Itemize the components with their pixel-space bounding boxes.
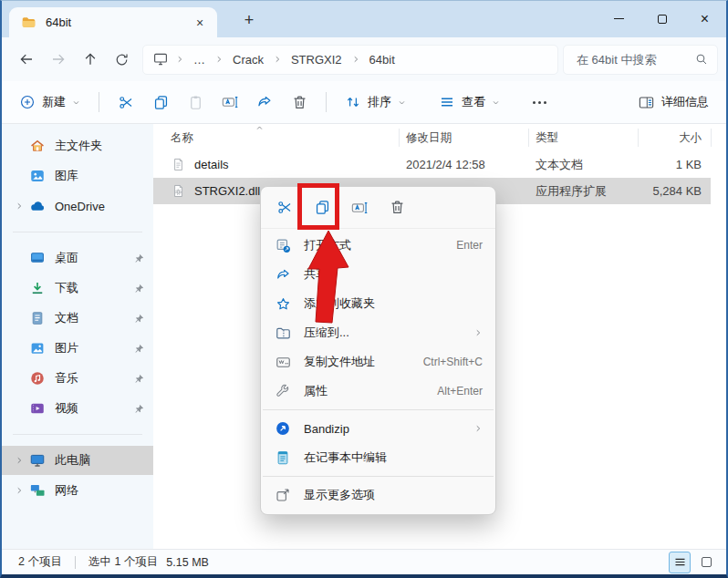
column-header-type[interactable]: 类型: [528, 130, 638, 146]
sort-icon: [345, 94, 361, 110]
refresh-button[interactable]: [106, 44, 138, 75]
more-button[interactable]: [523, 87, 556, 118]
toolbar: 新建 排序 查看 详细信息: [2, 81, 726, 124]
folder-icon: [21, 15, 36, 29]
chevron-down-icon: [492, 98, 500, 107]
new-button[interactable]: 新建: [11, 87, 88, 118]
menu-item-open-with[interactable]: 打开方式 Enter: [261, 231, 495, 260]
sidebar-item-network[interactable]: 网络: [2, 476, 153, 505]
menu-separator: [263, 476, 494, 477]
menu-item-add-to-favorites[interactable]: 添加到收藏夹: [261, 289, 495, 318]
back-button[interactable]: [10, 44, 42, 75]
view-label: 查看: [462, 94, 485, 110]
file-type: 文本文档: [528, 157, 638, 173]
cut-button[interactable]: [109, 87, 142, 118]
tab-close-icon[interactable]: ×: [190, 13, 210, 33]
sidebar-item-music[interactable]: 音乐: [2, 364, 153, 393]
paste-icon: [187, 94, 204, 111]
paste-button[interactable]: [179, 87, 212, 118]
menu-item-copy-path[interactable]: 复制文件地址 Ctrl+Shift+C: [261, 347, 495, 377]
delete-button[interactable]: [283, 87, 316, 118]
search-icon: [694, 52, 709, 67]
sidebar-item-downloads[interactable]: 下载: [2, 274, 153, 303]
menu-item-label: 属性: [304, 383, 328, 399]
cut-button[interactable]: [270, 193, 299, 222]
menu-item-label: 在记事本中编辑: [304, 449, 387, 466]
address-row: … Crack STRGXI2 64bit: [2, 37, 726, 81]
sidebar-item-this-pc[interactable]: 此电脑: [2, 446, 153, 475]
copy-button[interactable]: [144, 87, 177, 118]
sidebar-item-pictures[interactable]: 图片: [2, 334, 153, 363]
new-tab-button[interactable]: +: [237, 8, 261, 32]
text-file-icon: [171, 157, 186, 172]
annotation-arrow: [305, 229, 352, 324]
sidebar-item-videos[interactable]: 视频: [2, 394, 153, 423]
file-row[interactable]: details 2021/2/4 12:58 文本文档 1 KB: [153, 151, 711, 178]
breadcrumb-item[interactable]: Crack: [226, 53, 270, 67]
sidebar-item-documents[interactable]: 文档: [2, 304, 153, 333]
column-separator[interactable]: [638, 129, 639, 147]
menu-item-share[interactable]: 共享: [261, 260, 495, 289]
downloads-icon: [28, 280, 47, 296]
column-separator[interactable]: [711, 129, 712, 147]
column-header-date[interactable]: 修改日期: [399, 130, 528, 146]
menu-item-label: 压缩到...: [304, 325, 349, 341]
menu-item-edit-in-notepad[interactable]: 在记事本中编辑: [261, 443, 495, 472]
menu-item-bandizip[interactable]: Bandizip: [261, 414, 495, 443]
window-controls: ×: [598, 1, 726, 36]
column-header-size[interactable]: 大小: [638, 130, 711, 146]
chevron-right-icon: [349, 55, 362, 64]
sidebar-item-desktop[interactable]: 桌面: [2, 243, 153, 273]
file-name: STRGXI2.dll: [194, 184, 260, 198]
sidebar-item-label: 视频: [55, 400, 131, 417]
up-button[interactable]: [74, 44, 106, 75]
sidebar-item-label: 文档: [55, 310, 131, 326]
sidebar-item-label: 音乐: [55, 370, 131, 387]
expand-chevron-icon[interactable]: [11, 456, 26, 465]
search-input[interactable]: [575, 52, 694, 67]
expand-chevron-icon[interactable]: [11, 486, 26, 495]
plus-circle-icon: [19, 94, 36, 110]
column-separator[interactable]: [528, 129, 529, 147]
breadcrumb-item-current[interactable]: 64bit: [363, 53, 401, 67]
maximize-button[interactable]: [640, 1, 683, 36]
search-box[interactable]: [563, 45, 718, 75]
delete-button[interactable]: [382, 193, 411, 222]
sidebar-item-gallery[interactable]: 图库: [2, 161, 153, 191]
this-pc-icon: [152, 51, 169, 67]
expand-chevron-icon[interactable]: [11, 201, 26, 211]
sidebar-item-onedrive[interactable]: OneDrive: [2, 191, 153, 221]
details-view-button[interactable]: [669, 552, 691, 573]
column-header-name[interactable]: 名称: [153, 130, 399, 146]
up-icon: [82, 51, 99, 67]
large-icons-view-icon: [702, 557, 712, 567]
menu-item-properties[interactable]: 属性 Alt+Enter: [261, 377, 495, 406]
sidebar-item-label: 图库: [55, 168, 146, 184]
column-separator[interactable]: [399, 129, 400, 147]
minimize-button[interactable]: [598, 1, 640, 36]
breadcrumb-overflow[interactable]: …: [187, 53, 212, 67]
forward-button[interactable]: [42, 44, 74, 75]
close-button[interactable]: ×: [683, 1, 726, 36]
sidebar-item-label: 此电脑: [55, 452, 146, 469]
view-button[interactable]: 查看: [431, 87, 508, 118]
videos-icon: [28, 400, 47, 417]
share-button[interactable]: [248, 87, 281, 118]
sidebar-item-home[interactable]: 主文件夹: [2, 131, 153, 160]
large-icons-view-button[interactable]: [695, 552, 717, 573]
context-menu: 打开方式 Enter 共享 添加到收藏夹 压缩到... 复制文件地址 Ctrl+…: [260, 186, 496, 515]
breadcrumb[interactable]: … Crack STRGXI2 64bit: [142, 45, 558, 75]
sidebar-item-label: 下载: [55, 280, 131, 296]
menu-item-compress-to[interactable]: 压缩到...: [261, 318, 495, 347]
rename-button[interactable]: [213, 87, 246, 118]
details-pane-button[interactable]: 详细信息: [629, 87, 717, 118]
breadcrumb-item[interactable]: STRGXI2: [285, 53, 348, 67]
explorer-tab[interactable]: 64bit ×: [9, 7, 217, 37]
new-label: 新建: [42, 94, 66, 110]
sort-button[interactable]: 排序: [337, 87, 414, 118]
forward-icon: [50, 51, 67, 67]
rename-button[interactable]: [345, 193, 374, 222]
menu-item-show-more-options[interactable]: 显示更多选项: [261, 480, 495, 510]
gallery-icon: [28, 168, 47, 184]
home-icon: [28, 138, 47, 154]
